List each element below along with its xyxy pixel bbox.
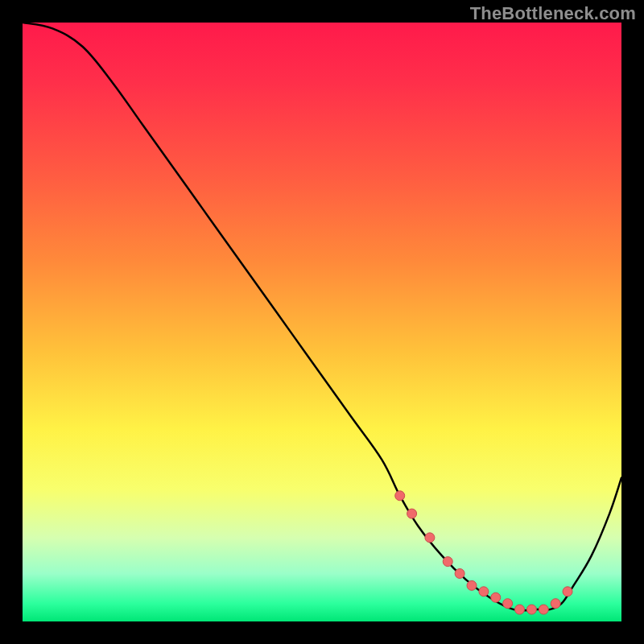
marker-point	[491, 592, 501, 602]
plot-area	[23, 23, 621, 621]
gradient-background	[23, 23, 621, 621]
chart-frame: TheBottleneck.com	[0, 0, 644, 644]
marker-point	[526, 605, 536, 614]
marker-point	[455, 568, 464, 578]
marker-point	[503, 599, 513, 609]
marker-point	[515, 605, 525, 614]
marker-point	[443, 557, 452, 567]
watermark-label: TheBottleneck.com	[470, 3, 636, 24]
marker-point	[551, 599, 560, 609]
marker-point	[425, 533, 435, 543]
marker-point	[407, 509, 417, 518]
marker-point	[539, 605, 548, 614]
marker-point	[479, 587, 489, 597]
marker-point	[467, 580, 477, 590]
marker-point	[395, 491, 405, 501]
marker-point	[563, 587, 572, 597]
chart-svg	[23, 23, 621, 621]
